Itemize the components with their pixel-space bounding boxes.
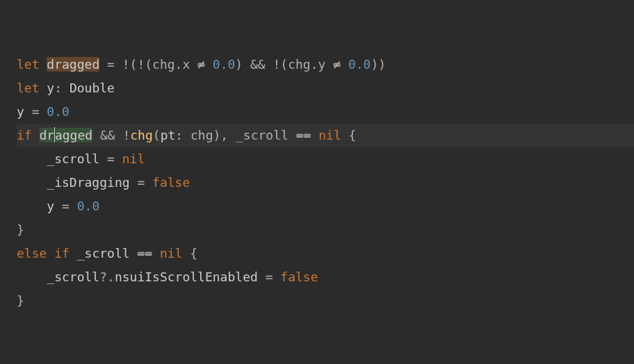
code-token — [311, 128, 318, 142]
code-token: == — [296, 128, 311, 142]
code-token — [130, 246, 138, 260]
code-line[interactable]: let y: Double — [17, 76, 634, 100]
code-token: == — [137, 246, 152, 260]
code-token: )) — [371, 57, 386, 72]
code-token: _scroll — [17, 151, 99, 166]
code-line[interactable]: _scroll?.nsuiIsScrollEnabled = false — [17, 265, 634, 289]
code-token: ≠ — [197, 57, 205, 72]
code-token: _scroll — [17, 270, 99, 284]
code-token: { — [341, 128, 357, 142]
code-line[interactable]: if dragged && !chg(pt: chg), _scroll == … — [17, 124, 634, 147]
code-token: if — [17, 128, 40, 142]
code-token: = — [54, 199, 77, 213]
code-token: ( — [153, 128, 161, 142]
code-token — [341, 57, 348, 72]
code-line[interactable]: y = 0.0 — [17, 100, 634, 124]
code-token: = — [258, 270, 281, 284]
code-token: _isDragging — [17, 175, 130, 190]
code-token: 0.0 — [213, 57, 236, 72]
code-token: nsuiIsScrollEnabled — [115, 270, 258, 284]
code-token: false — [280, 270, 318, 284]
code-token: 0.0 — [77, 199, 100, 213]
code-line[interactable]: } — [17, 289, 634, 313]
code-token: ≠ — [333, 57, 341, 72]
code-token — [152, 246, 160, 260]
code-token: y — [47, 81, 54, 95]
code-token: agged — [55, 128, 92, 142]
code-token: else if — [17, 246, 77, 260]
code-token: ?. — [99, 270, 115, 284]
code-line[interactable]: else if _scroll == nil { — [17, 242, 634, 265]
code-token: } — [17, 222, 24, 237]
code-token: = — [130, 175, 153, 190]
code-token: _scroll — [77, 246, 130, 260]
code-token: dragged — [47, 57, 99, 72]
code-line[interactable]: let dragged = !(!(chg.x ≠ 0.0) && !(chg.… — [17, 53, 634, 76]
code-token: let — [17, 81, 47, 95]
code-line[interactable]: _isDragging = false — [17, 171, 634, 195]
code-token — [205, 57, 213, 72]
code-token: Double — [70, 81, 115, 95]
code-editor[interactable]: let dragged = !(!(chg.x ≠ 0.0) && !(chg.… — [17, 53, 634, 313]
code-token: : chg), _scroll — [175, 128, 295, 142]
code-token: false — [152, 175, 190, 190]
code-token: pt — [161, 128, 176, 142]
code-token: dr — [40, 128, 55, 142]
code-line[interactable]: _scroll = nil — [17, 147, 634, 171]
code-token: 0.0 — [47, 104, 70, 119]
code-token: = !(!(chg.x — [99, 57, 197, 72]
code-line[interactable]: } — [17, 218, 634, 242]
code-token: let — [17, 57, 47, 72]
code-line[interactable]: y = 0.0 — [17, 195, 634, 218]
code-token: } — [17, 293, 24, 308]
code-token: && ! — [92, 128, 130, 142]
code-token: nil — [122, 151, 145, 166]
code-token: : — [54, 81, 70, 95]
code-token: chg — [130, 128, 153, 142]
code-token: nil — [318, 128, 341, 142]
code-token: ) && !(chg.y — [235, 57, 333, 72]
code-token: y — [17, 199, 54, 213]
code-token: y — [17, 104, 24, 119]
code-token: { — [182, 246, 197, 260]
code-token: = — [24, 104, 47, 119]
code-token: nil — [160, 246, 183, 260]
code-token: 0.0 — [348, 57, 371, 72]
code-token: = — [99, 151, 122, 166]
